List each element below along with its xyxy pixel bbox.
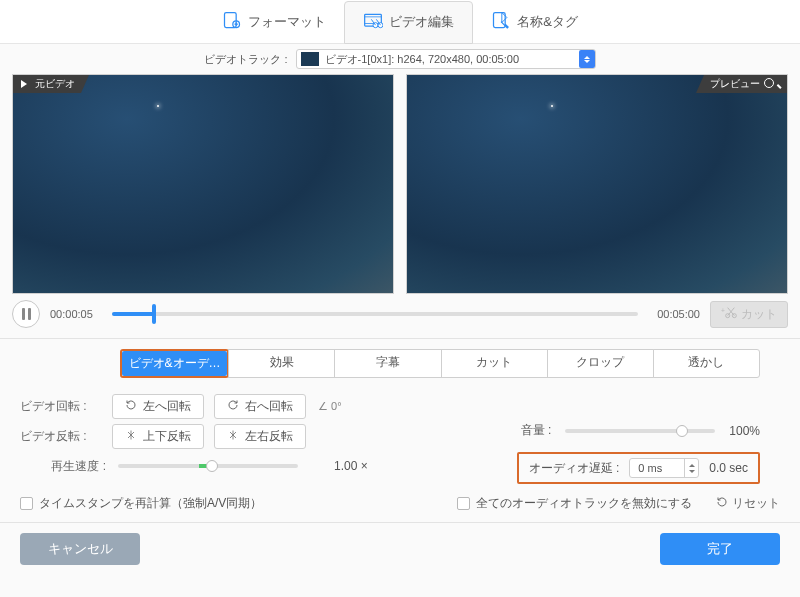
checkbox-icon — [20, 497, 33, 510]
tab-format[interactable]: フォーマット — [204, 0, 344, 43]
reset-icon — [716, 496, 728, 511]
rotate-label: ビデオ回転 : — [20, 398, 112, 415]
preview-row: 元ビデオ プレビュー — [0, 74, 800, 294]
flip-vertical-button[interactable]: 上下反転 — [112, 424, 204, 449]
subtab-bar: ビデオ&オーデ… 効果 字幕 カット クロップ 透かし — [120, 349, 760, 378]
speed-row: 再生速度 : 1.00 × オーディオ遅延 : 0 ms 0.0 sec — [20, 452, 780, 480]
pause-icon — [22, 308, 31, 320]
video-track-select[interactable]: ビデオ-1[0x1]: h264, 720x480, 00:05:00 — [296, 49, 596, 69]
reset-button[interactable]: リセット — [716, 495, 780, 512]
video-edit-icon — [363, 11, 383, 34]
done-button[interactable]: 完了 — [660, 533, 780, 565]
disable-audio-checkbox[interactable]: 全てのオーディオトラックを無効にする — [457, 495, 692, 512]
subtab-crop[interactable]: クロップ — [547, 349, 654, 378]
scissors-plus-icon: + — [721, 306, 737, 323]
preview-pane-label: プレビュー — [696, 75, 787, 93]
source-video-pane: 元ビデオ — [12, 74, 394, 294]
play-icon — [21, 79, 31, 90]
time-current: 00:00:05 — [50, 308, 102, 320]
tab-name-tags-label: 名称&タグ — [517, 13, 578, 31]
rotate-angle-value: ∠ 0° — [318, 400, 342, 413]
tab-video-edit[interactable]: ビデオ編集 — [344, 1, 473, 44]
seek-handle[interactable] — [152, 304, 156, 324]
audio-delay-input[interactable]: 0 ms — [629, 458, 699, 478]
flip-horizontal-button[interactable]: 左右反転 — [214, 424, 306, 449]
spinner-arrows-icon — [684, 459, 698, 477]
checks-row: タイムスタンプを再計算（強制A/V同期） 全てのオーディオトラックを無効にする … — [0, 490, 800, 516]
preview-video-pane: プレビュー — [406, 74, 788, 294]
tab-format-label: フォーマット — [248, 13, 326, 31]
cut-button[interactable]: + カット — [710, 301, 788, 328]
format-icon — [222, 10, 242, 33]
rotate-left-icon — [125, 399, 137, 414]
rotate-right-icon — [227, 399, 239, 414]
checkbox-icon — [457, 497, 470, 510]
svg-rect-0 — [225, 13, 237, 28]
video-track-row: ビデオトラック : ビデオ-1[0x1]: h264, 720x480, 00:… — [0, 44, 800, 74]
flip-label: ビデオ反転 : — [20, 428, 112, 445]
flip-vertical-icon — [125, 429, 137, 444]
time-total: 00:05:00 — [648, 308, 700, 320]
seek-slider[interactable] — [112, 312, 638, 316]
svg-text:+: + — [721, 307, 725, 314]
flip-row: ビデオ反転 : 上下反転 左右反転 音量 : 100% — [20, 422, 780, 450]
speed-label: 再生速度 : — [20, 458, 112, 475]
stepper-arrows-icon — [579, 50, 595, 68]
controls-panel: ビデオ回転 : 左へ回転 右へ回転 ∠ 0° ビデオ反転 : 上下反転 左右反転… — [0, 386, 800, 490]
video-track-value: ビデオ-1[0x1]: h264, 720x480, 00:05:00 — [325, 52, 519, 67]
tags-icon — [491, 10, 511, 33]
volume-slider[interactable] — [565, 429, 715, 433]
speed-value: 1.00 × — [334, 459, 368, 473]
rotate-row: ビデオ回転 : 左へ回転 右へ回転 ∠ 0° — [20, 392, 780, 420]
source-pane-label: 元ビデオ — [13, 75, 89, 93]
flip-horizontal-icon — [227, 429, 239, 444]
speed-knob[interactable] — [206, 460, 218, 472]
volume-label: 音量 : — [521, 422, 552, 439]
subtab-cut[interactable]: カット — [441, 349, 548, 378]
audio-delay-label: オーディオ遅延 : — [529, 460, 620, 477]
rotate-right-button[interactable]: 右へ回転 — [214, 394, 306, 419]
volume-knob[interactable] — [676, 425, 688, 437]
subtab-subtitle[interactable]: 字幕 — [334, 349, 441, 378]
audio-delay-highlight: オーディオ遅延 : 0 ms 0.0 sec — [517, 452, 760, 484]
subtab-video-audio[interactable]: ビデオ&オーデ… — [122, 351, 227, 376]
volume-group: 音量 : 100% — [521, 422, 760, 439]
video-track-label: ビデオトラック : — [204, 52, 287, 67]
subtab-watermark[interactable]: 透かし — [653, 349, 760, 378]
video-track-thumb — [301, 52, 319, 66]
tab-name-tags[interactable]: 名称&タグ — [473, 0, 596, 43]
speed-slider[interactable] — [118, 464, 298, 468]
cancel-button[interactable]: キャンセル — [20, 533, 140, 565]
rotate-left-button[interactable]: 左へ回転 — [112, 394, 204, 419]
top-tab-bar: フォーマット ビデオ編集 名称&タグ — [0, 0, 800, 44]
tab-video-edit-label: ビデオ編集 — [389, 13, 454, 31]
audio-delay-group: オーディオ遅延 : 0 ms 0.0 sec — [517, 452, 760, 484]
subtab-effect[interactable]: 効果 — [228, 349, 335, 378]
audio-delay-sec: 0.0 sec — [709, 461, 748, 475]
footer: キャンセル 完了 — [0, 522, 800, 577]
recalc-timestamp-checkbox[interactable]: タイムスタンプを再計算（強制A/V同期） — [20, 495, 262, 512]
magnify-icon — [764, 78, 779, 90]
volume-value: 100% — [729, 424, 760, 438]
cut-button-label: カット — [741, 306, 777, 323]
timeline-row: 00:00:05 00:05:00 + カット — [0, 294, 800, 338]
pause-button[interactable] — [12, 300, 40, 328]
